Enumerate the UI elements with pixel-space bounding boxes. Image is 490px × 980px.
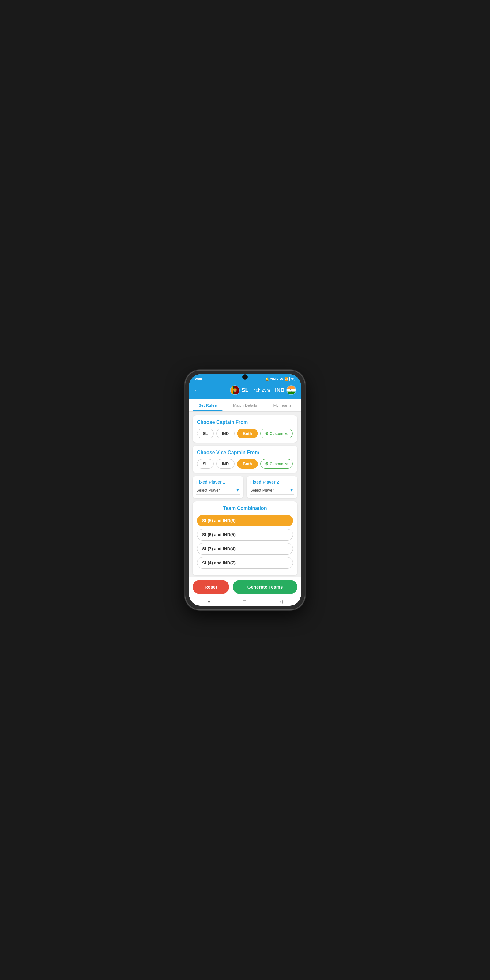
home-icon[interactable]: □ — [243, 599, 246, 604]
team2-label: IND — [275, 387, 285, 393]
captain-ind-btn[interactable]: IND — [216, 429, 235, 438]
dropdown-arrow-2: ▼ — [290, 488, 294, 492]
generate-teams-button[interactable]: Generate Teams — [233, 580, 298, 594]
menu-icon[interactable]: ≡ — [207, 599, 210, 604]
combo-option-0[interactable]: SL(5) and IND(6) — [197, 515, 293, 527]
combo-option-2[interactable]: SL(7) and IND(4) — [197, 543, 293, 555]
sl-flag: 🦁 — [230, 385, 240, 395]
phone-screen: 2:00 🔔 VoLTE 5G 📶 40 ← — [189, 374, 301, 606]
captain-title: Choose Captain From — [197, 420, 293, 425]
captain-options: SL IND Both ⚙ Customize — [197, 429, 293, 438]
svg-point-10 — [291, 390, 291, 390]
svg-text:🦁: 🦁 — [232, 388, 238, 393]
status-icons: 🔔 VoLTE 5G 📶 40 — [265, 377, 295, 381]
ind-flag — [286, 385, 296, 395]
phone-shell: 2:00 🔔 VoLTE 5G 📶 40 ← — [185, 371, 305, 609]
combo-option-1[interactable]: SL(6) and IND(5) — [197, 529, 293, 541]
captain-customize-btn[interactable]: ⚙ Customize — [260, 429, 293, 438]
tab-set-rules[interactable]: Set Rules — [189, 399, 226, 411]
captain-sl-btn[interactable]: SL — [197, 429, 214, 438]
header-center: 🦁 SL 48h 29m IND — [230, 385, 296, 395]
fixed-player2-card: Fixed Player 2 Select Player ▼ — [247, 476, 298, 498]
vc-sl-btn[interactable]: SL — [197, 459, 214, 469]
fixed-player1-placeholder: Select Player — [196, 488, 220, 492]
tab-match-details[interactable]: Match Details — [226, 399, 264, 411]
home-bar: ≡ □ ◁ — [189, 597, 301, 606]
vc-ind-btn[interactable]: IND — [216, 459, 235, 469]
fixed-player2-dropdown[interactable]: Select Player ▼ — [250, 488, 294, 495]
combo-option-3[interactable]: SL(4) and IND(7) — [197, 557, 293, 569]
fixed-player1-title: Fixed Player 1 — [196, 480, 240, 485]
status-time: 2:00 — [195, 377, 202, 381]
tab-my-teams[interactable]: My Teams — [264, 399, 301, 411]
fixed-player2-title: Fixed Player 2 — [250, 480, 294, 485]
svg-rect-8 — [287, 392, 296, 395]
fixed-player2-placeholder: Select Player — [250, 488, 274, 492]
gear-icon: ⚙ — [265, 431, 269, 436]
back-button[interactable]: ← — [194, 386, 200, 394]
bottom-actions: Reset Generate Teams — [189, 577, 301, 597]
svg-rect-6 — [287, 386, 296, 389]
match-timer: 48h 29m — [254, 388, 270, 393]
back-nav-icon[interactable]: ◁ — [279, 599, 283, 604]
reset-button[interactable]: Reset — [192, 580, 229, 594]
main-content: Choose Captain From SL IND Both ⚙ Custom… — [189, 412, 301, 577]
team-combination-card: Team Combination SL(5) and IND(6) SL(6) … — [192, 501, 298, 576]
tabs: Set Rules Match Details My Teams — [189, 399, 301, 412]
vice-captain-title: Choose Vice Captain From — [197, 450, 293, 455]
captain-card: Choose Captain From SL IND Both ⚙ Custom… — [192, 415, 298, 442]
dropdown-arrow-1: ▼ — [235, 488, 240, 492]
fixed-player1-dropdown[interactable]: Select Player ▼ — [196, 488, 240, 495]
fixed-player1-card: Fixed Player 1 Select Player ▼ — [192, 476, 243, 498]
combo-title: Team Combination — [197, 506, 293, 511]
fixed-players-row: Fixed Player 1 Select Player ▼ Fixed Pla… — [192, 476, 298, 498]
gear-icon-vc: ⚙ — [265, 461, 269, 466]
vice-captain-card: Choose Vice Captain From SL IND Both ⚙ C… — [192, 445, 298, 473]
team1-label: SL — [242, 387, 249, 393]
notch — [242, 374, 248, 380]
vc-customize-btn[interactable]: ⚙ Customize — [260, 459, 293, 469]
vc-both-btn[interactable]: Both — [237, 459, 258, 469]
app-header: ← 🦁 SL 48h 29m IND — [189, 382, 301, 399]
vice-captain-options: SL IND Both ⚙ Customize — [197, 459, 293, 469]
captain-both-btn[interactable]: Both — [237, 429, 258, 438]
